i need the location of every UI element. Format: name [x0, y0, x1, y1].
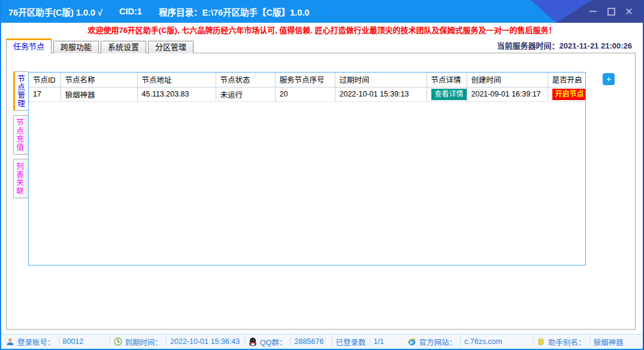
assistant-alias-label: 助手别名： [548, 336, 586, 348]
divider [331, 337, 332, 346]
open-node-button[interactable]: 开启节点 [552, 89, 586, 100]
app-window: 76开区助手(C版) 1.0.0 √ CID:1 程序目录：E:\76开区助手【… [0, 0, 644, 350]
col-header-create-time: 创建时间 [467, 73, 548, 87]
qq-group-label: QQ群： [260, 336, 286, 348]
ie-globe-icon: e [407, 337, 416, 346]
col-header-service-node-no: 服务节点序号 [275, 73, 335, 87]
welcome-banner: 欢迎使用76开区助手(C版), 七六品牌历经六年市场认可, 值得信赖. 匠心打造… [1, 23, 643, 38]
tab-system-settings[interactable]: 系统设置 [101, 41, 146, 53]
col-header-node-status: 节点状态 [216, 73, 275, 87]
database-icon [537, 337, 545, 346]
cell-node-status: 未运行 [216, 87, 275, 101]
side-tab-node-recharge[interactable]: 节点充值 [13, 115, 29, 155]
tab-strip: 任务节点 跨服功能 系统设置 分区管理 [6, 38, 195, 53]
user-icon [6, 337, 14, 346]
cell-is-open: 开启节点 [548, 87, 586, 101]
official-site-label: 官方网站： [419, 336, 457, 348]
tab-cross-server[interactable]: 跨服功能 [53, 41, 99, 53]
view-detail-button[interactable]: 查看详情 [431, 89, 467, 100]
window-controls [586, 0, 636, 23]
cid-label: CID:1 [119, 7, 142, 16]
divider [110, 337, 110, 346]
server-time-value: 2021-11-21 21:00:26 [560, 41, 632, 50]
cell-service-node-no: 20 [275, 87, 335, 101]
divider [59, 337, 59, 346]
divider [533, 337, 533, 346]
side-tab-list-association[interactable]: 列表关联 [13, 159, 29, 198]
qq-group-value: 2885676 [294, 337, 328, 346]
logged-count-label: 已登录数 [335, 336, 365, 348]
login-account-value: 80012 [63, 337, 106, 346]
svg-text:e: e [409, 339, 412, 345]
col-header-node-id: 节点ID [29, 73, 61, 87]
official-site-link[interactable]: c.76zs.com [464, 337, 529, 346]
expire-time-label: 到期时间： [125, 336, 163, 348]
divider [244, 337, 245, 346]
cell-expire-time: 2022-10-01 15:39:13 [335, 87, 427, 101]
maximize-icon[interactable] [604, 5, 618, 18]
side-tab-strip: 节点管理 节点充值 列表关联 [13, 71, 29, 198]
cell-create-time: 2021-09-01 16:39:17 [467, 87, 548, 101]
divider [290, 337, 291, 346]
title-bar: 76开区助手(C版) 1.0.0 √ CID:1 程序目录：E:\76开区助手【… [1, 0, 643, 23]
cell-node-id: 17 [29, 87, 61, 101]
col-header-is-open: 是否开启 [548, 73, 586, 87]
login-account-label: 登录账号： [17, 336, 55, 348]
server-time: 当前服务器时间：2021-11-21 21:00:26 [497, 40, 632, 51]
window-title: 76开区助手(C版) 1.0.0 √ CID:1 程序目录：E:\76开区助手【… [8, 0, 309, 23]
expire-time-value: 2022-10-01 15:36:43 [170, 337, 241, 346]
close-icon[interactable] [622, 5, 636, 18]
divider [589, 337, 590, 346]
server-time-label: 当前服务器时间： [497, 41, 560, 50]
cell-node-detail: 查看详情 [427, 87, 467, 101]
col-header-node-detail: 节点详情 [427, 73, 467, 87]
status-bar: 登录账号： 80012 到期时间： 2022-10-01 15:36:43 QQ… [1, 334, 643, 349]
tab-task-nodes[interactable]: 任务节点 [6, 38, 52, 53]
table-header-row: 节点ID 节点名称 节点地址 节点状态 服务节点序号 过期时间 节点详情 创建时… [29, 73, 586, 87]
qq-penguin-icon [249, 337, 257, 346]
col-header-node-address: 节点地址 [137, 73, 216, 87]
logged-count-value: 1/1 [374, 337, 399, 346]
assistant-alias-value: 狼烟神器 [594, 336, 624, 348]
col-header-expire-time: 过期时间 [335, 73, 427, 87]
add-node-button[interactable]: + [603, 73, 615, 85]
tab-zone-management[interactable]: 分区管理 [148, 41, 193, 53]
node-table: 节点ID 节点名称 节点地址 节点状态 服务节点序号 过期时间 节点详情 创建时… [28, 72, 586, 265]
divider [166, 337, 167, 346]
divider [370, 337, 370, 346]
minimize-icon[interactable] [586, 5, 600, 18]
main-panel: 节点管理 节点充值 列表关联 节点ID 节点名称 节点地址 节点状态 [6, 53, 636, 330]
divider [460, 337, 461, 346]
clock-icon [114, 337, 122, 346]
col-header-node-name: 节点名称 [61, 73, 137, 87]
cell-node-address: 45.113.203.83 [137, 87, 216, 101]
program-dir-label: 程序目录：E:\76开区助手【C版】1.0.0 [159, 5, 309, 18]
app-title: 76开区助手(C版) 1.0.0 √ [8, 5, 102, 18]
table-row[interactable]: 17 狼烟神器 45.113.203.83 未运行 20 2022-10-01 … [29, 87, 586, 101]
side-tab-node-management[interactable]: 节点管理 [13, 71, 29, 111]
cell-node-name: 狼烟神器 [61, 87, 137, 101]
